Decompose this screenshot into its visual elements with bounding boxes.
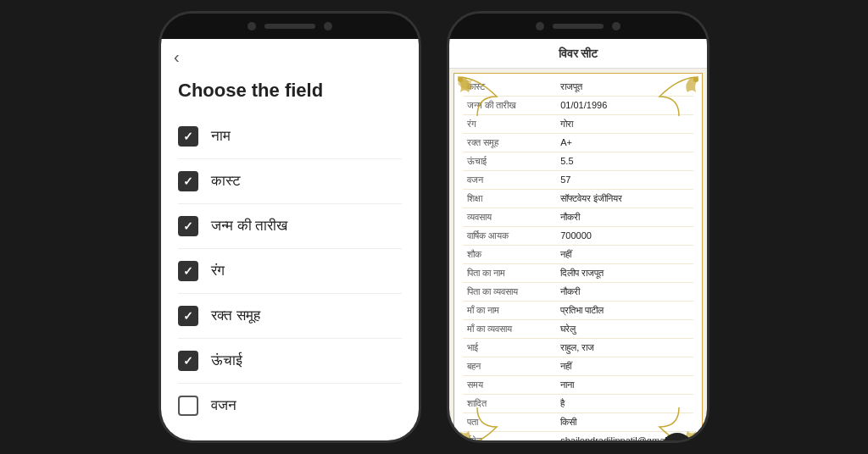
corner-bl-ornament bbox=[456, 406, 498, 440]
table-row: बहननहीं bbox=[463, 357, 693, 376]
bio-field-label: माँ का नाम bbox=[463, 302, 556, 320]
bio-field-label: व्यवसाय bbox=[463, 208, 556, 227]
field-label-rang: रंग bbox=[211, 263, 225, 280]
table-row: शिक्षासॉफ्टवेयर इंजीनियर bbox=[463, 190, 693, 208]
bio-field-label: वार्षिक आयक bbox=[463, 227, 556, 246]
right-camera-dot-2 bbox=[612, 22, 620, 30]
field-list: नामकास्टजन्म की तारीखरंगरक्त समूहऊंचाईवज… bbox=[161, 114, 419, 428]
right-top-bar: विवर सीट bbox=[449, 39, 707, 69]
bio-field-value: दिलीप राजपूत bbox=[556, 264, 693, 283]
table-row: पिता का नामदिलीप राजपूत bbox=[463, 264, 693, 283]
bio-field-value: राहुल, राज bbox=[556, 339, 693, 357]
fab-arrow-icon: → bbox=[670, 440, 685, 441]
table-row: वजन57 bbox=[463, 171, 693, 190]
right-speaker-bar bbox=[553, 24, 604, 29]
camera-dot bbox=[248, 22, 256, 30]
table-row: ऊंचाई5.5 bbox=[463, 152, 693, 171]
bio-field-value: घरेलु bbox=[556, 320, 693, 339]
bio-field-value: नौकरी bbox=[556, 283, 693, 302]
field-item-kast[interactable]: कास्ट bbox=[178, 159, 402, 204]
left-phone: ‹ Choose the field नामकास्टजन्म की तारीख… bbox=[159, 11, 421, 443]
bio-table: कास्टराजपूतजन्म की तारीख01/01/1996रंगगोर… bbox=[463, 78, 693, 440]
table-row: पिता का व्यवसायनौकरी bbox=[463, 283, 693, 302]
bio-field-value: नहीं bbox=[556, 357, 693, 376]
corner-tl-ornament bbox=[456, 75, 498, 118]
table-row: रक्त समूहA+ bbox=[463, 134, 693, 152]
camera-dot-2 bbox=[324, 22, 332, 30]
field-item-rang[interactable]: रंग bbox=[178, 249, 402, 294]
bio-field-label: बहन bbox=[463, 357, 556, 376]
bio-field-label: भाई bbox=[463, 339, 556, 357]
field-item-dob[interactable]: जन्म की तारीख bbox=[178, 204, 402, 249]
checkbox-dob[interactable] bbox=[178, 216, 198, 236]
field-label-naam: नाम bbox=[211, 128, 231, 145]
checkbox-weight[interactable] bbox=[178, 396, 198, 416]
corner-tr-ornament bbox=[658, 75, 700, 118]
field-label-kast: कास्ट bbox=[211, 173, 241, 190]
back-button[interactable]: ‹ bbox=[161, 39, 419, 71]
checkbox-rang[interactable] bbox=[178, 261, 198, 281]
bio-field-value: नौकरी bbox=[556, 208, 693, 227]
field-item-naam[interactable]: नाम bbox=[178, 114, 402, 159]
left-phone-top-bar bbox=[161, 14, 419, 39]
right-phone-top-bar bbox=[449, 14, 707, 39]
checkbox-naam[interactable] bbox=[178, 126, 198, 147]
bio-field-value: नाना bbox=[556, 376, 693, 395]
field-item-blood[interactable]: रक्त समूह bbox=[178, 294, 402, 339]
bio-field-value: 700000 bbox=[556, 227, 693, 246]
bio-field-label: समय bbox=[463, 376, 556, 395]
checkbox-blood[interactable] bbox=[178, 306, 198, 326]
field-item-height[interactable]: ऊंचाई bbox=[178, 339, 402, 384]
bio-card-title: विवर सीट bbox=[559, 47, 598, 61]
bio-field-value: 57 bbox=[556, 171, 693, 190]
bio-field-value: सॉफ्टवेयर इंजीनियर bbox=[556, 190, 693, 208]
field-label-weight: वजन bbox=[211, 397, 236, 414]
field-label-blood: रक्त समूह bbox=[211, 307, 260, 324]
bio-card: कास्टराजपूतजन्म की तारीख01/01/1996रंगगोर… bbox=[453, 73, 703, 440]
table-row: माँ का व्यवसायघरेलु bbox=[463, 320, 693, 339]
bio-field-label: रक्त समूह bbox=[463, 134, 556, 152]
field-label-height: ऊंचाई bbox=[211, 352, 242, 369]
bio-field-label: पिता का व्यवसाय bbox=[463, 283, 556, 302]
table-row: शौकनहीं bbox=[463, 246, 693, 264]
bio-field-label: वजन bbox=[463, 171, 556, 190]
bio-field-label: ऊंचाई bbox=[463, 152, 556, 171]
bio-field-value: A+ bbox=[556, 134, 693, 152]
choose-field-title: Choose the field bbox=[161, 71, 419, 114]
field-item-weight[interactable]: वजन bbox=[178, 384, 402, 428]
right-phone: विवर सीट bbox=[447, 11, 709, 443]
bio-field-value: प्रतिभा पाटील bbox=[556, 302, 693, 320]
left-screen: ‹ Choose the field नामकास्टजन्म की तारीख… bbox=[161, 39, 419, 440]
table-row: समयनाना bbox=[463, 376, 693, 395]
bio-field-label: माँ का व्यवसाय bbox=[463, 320, 556, 339]
bio-field-label: पिता का नाम bbox=[463, 264, 556, 283]
table-row: भाईराहुल, राज bbox=[463, 339, 693, 357]
table-row: वार्षिक आयक700000 bbox=[463, 227, 693, 246]
field-label-dob: जन्म की तारीख bbox=[211, 218, 287, 235]
checkbox-height[interactable] bbox=[178, 351, 198, 371]
right-camera-dot bbox=[536, 22, 544, 30]
bio-field-value: 5.5 bbox=[556, 152, 693, 171]
bio-field-label: शिक्षा bbox=[463, 190, 556, 208]
right-screen: विवर सीट bbox=[449, 39, 707, 440]
table-row: माँ का नामप्रतिभा पाटील bbox=[463, 302, 693, 320]
bio-field-value: नहीं bbox=[556, 246, 693, 264]
table-row: व्यवसायनौकरी bbox=[463, 208, 693, 227]
bio-field-label: शौक bbox=[463, 246, 556, 264]
checkbox-kast[interactable] bbox=[178, 171, 198, 191]
speaker-bar bbox=[264, 24, 315, 29]
